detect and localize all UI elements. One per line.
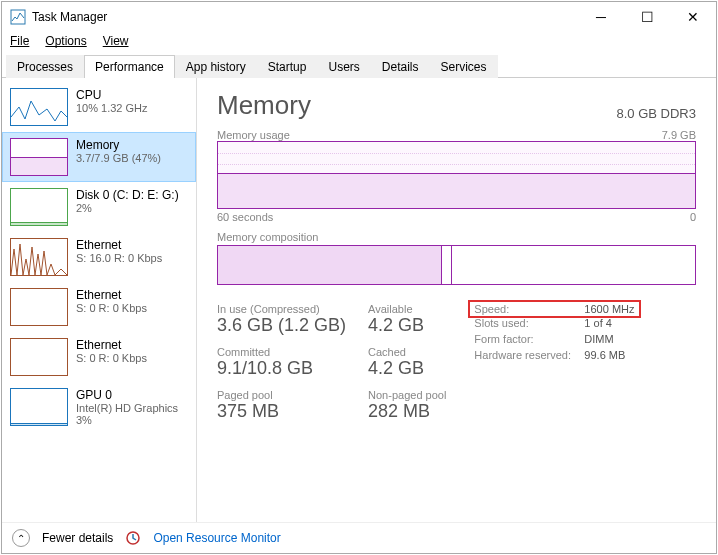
sidebar-item-gpu[interactable]: GPU 0Intel(R) HD Graphics3% [2,382,196,432]
gpu-thumbnail [10,388,68,426]
tab-processes[interactable]: Processes [6,55,84,78]
comp-in-use [218,246,442,284]
comp-modified [442,246,452,284]
task-manager-window: Task Manager ─ ☐ ✕ File Options View Pro… [1,1,717,554]
in-use-value: 3.6 GB (1.2 GB) [217,315,346,336]
sidebar-item-label: Ethernet [76,338,147,352]
sidebar-item-label: Memory [76,138,161,152]
window-controls: ─ ☐ ✕ [578,2,716,32]
tab-startup[interactable]: Startup [257,55,318,78]
usage-chart-max: 7.9 GB [662,129,696,141]
usage-chart-label: Memory usage [217,129,290,141]
ethernet-thumbnail [10,238,68,276]
tabbar: Processes Performance App history Startu… [2,54,716,78]
main-panel: Memory 8.0 GB DDR3 Memory usage7.9 GB 60… [197,78,716,522]
menubar: File Options View [2,32,716,50]
menu-file[interactable]: File [10,34,29,48]
paged-label: Paged pool [217,389,346,401]
available-value: 4.2 GB [368,315,446,336]
sidebar-item-label: Ethernet [76,238,162,252]
sidebar-item-label: Ethernet [76,288,147,302]
paged-value: 375 MB [217,401,346,422]
cached-label: Cached [368,346,446,358]
chevron-up-icon[interactable]: ⌃ [12,529,30,547]
available-label: Available [368,303,446,315]
ethernet-thumbnail [10,338,68,376]
chart-fill [218,173,695,208]
stats-left: In use (Compressed)3.6 GB (1.2 GB) Avail… [217,303,446,422]
sidebar-item-label: GPU 0 [76,388,178,402]
fewer-details-link[interactable]: Fewer details [42,531,113,545]
cpu-thumbnail [10,88,68,126]
slots-value: 1 of 4 [584,317,612,329]
sidebar-item-ethernet-0[interactable]: EthernetS: 16.0 R: 0 Kbps [2,232,196,282]
sidebar-item-ethernet-1[interactable]: EthernetS: 0 R: 0 Kbps [2,282,196,332]
committed-label: Committed [217,346,346,358]
speed-value: 1600 MHz [584,303,634,315]
minimize-button[interactable]: ─ [578,2,624,32]
stats-right: Speed:1600 MHz Slots used:1 of 4 Form fa… [474,303,634,422]
page-title: Memory [217,90,311,121]
memory-composition-chart[interactable] [217,245,696,285]
sidebar-item-disk[interactable]: Disk 0 (C: D: E: G:)2% [2,182,196,232]
form-value: DIMM [584,333,613,345]
resource-monitor-icon [125,530,141,546]
window-title: Task Manager [32,10,578,24]
cached-value: 4.2 GB [368,358,446,379]
menu-view[interactable]: View [103,34,129,48]
disk-thumbnail [10,188,68,226]
sidebar-item-ethernet-2[interactable]: EthernetS: 0 R: 0 Kbps [2,332,196,382]
memory-total: 8.0 GB DDR3 [617,106,696,121]
titlebar[interactable]: Task Manager ─ ☐ ✕ [2,2,716,32]
footer: ⌃ Fewer details Open Resource Monitor [2,522,716,553]
content-area: CPU10% 1.32 GHz Memory3.7/7.9 GB (47%) D… [2,78,716,522]
tab-details[interactable]: Details [371,55,430,78]
sidebar-item-memory[interactable]: Memory3.7/7.9 GB (47%) [2,132,196,182]
tab-users[interactable]: Users [317,55,370,78]
maximize-button[interactable]: ☐ [624,2,670,32]
sidebar-item-cpu[interactable]: CPU10% 1.32 GHz [2,82,196,132]
time-axis-left: 60 seconds [217,211,273,223]
sidebar-item-label: Disk 0 (C: D: E: G:) [76,188,179,202]
open-resource-monitor-link[interactable]: Open Resource Monitor [153,531,280,545]
stats-area: In use (Compressed)3.6 GB (1.2 GB) Avail… [217,303,696,422]
committed-value: 9.1/10.8 GB [217,358,346,379]
tab-performance[interactable]: Performance [84,55,175,78]
close-button[interactable]: ✕ [670,2,716,32]
sidebar-item-label: CPU [76,88,148,102]
tab-app-history[interactable]: App history [175,55,257,78]
in-use-label: In use (Compressed) [217,303,346,315]
time-axis-right: 0 [690,211,696,223]
sidebar[interactable]: CPU10% 1.32 GHz Memory3.7/7.9 GB (47%) D… [2,78,197,522]
menu-options[interactable]: Options [45,34,86,48]
composition-label: Memory composition [217,231,696,243]
tab-services[interactable]: Services [430,55,498,78]
app-icon [10,9,26,25]
ethernet-thumbnail [10,288,68,326]
nonpaged-label: Non-paged pool [368,389,446,401]
hw-value: 99.6 MB [584,349,625,361]
memory-thumbnail [10,138,68,176]
nonpaged-value: 282 MB [368,401,446,422]
memory-usage-chart[interactable] [217,141,696,209]
